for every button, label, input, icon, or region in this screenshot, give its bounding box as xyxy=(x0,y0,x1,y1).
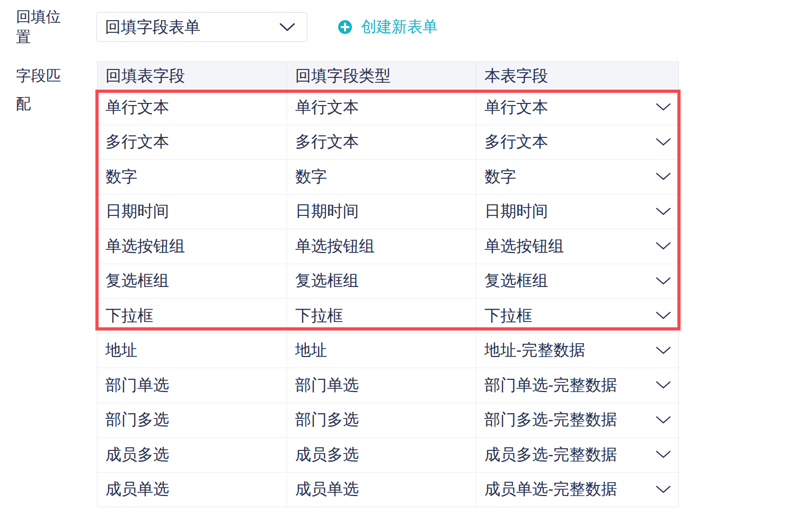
cell-local-field-value: 多行文本 xyxy=(484,131,548,153)
cell-backfill-field: 复选框组 xyxy=(98,264,287,299)
table-row: 日期时间 日期时间 日期时间 xyxy=(98,194,678,229)
create-new-form-label: 创建新表单 xyxy=(361,16,438,38)
chevron-down-icon xyxy=(656,450,671,459)
chevron-down-icon xyxy=(656,138,671,146)
cell-backfill-field: 地址 xyxy=(98,334,287,368)
cell-local-field-value: 单选按钮组 xyxy=(484,236,564,257)
backfill-form-select-value: 回填字段表单 xyxy=(105,16,200,38)
chevron-down-icon xyxy=(656,207,671,216)
cell-field-type: 部门单选 xyxy=(287,368,476,403)
cell-backfill-field: 单选按钮组 xyxy=(98,229,287,264)
cell-field-type: 部门多选 xyxy=(287,403,476,438)
cell-local-field-select[interactable]: 复选框组 xyxy=(476,264,678,299)
cell-local-field-select[interactable]: 地址-完整数据 xyxy=(476,334,678,368)
cell-backfill-field: 部门单选 xyxy=(98,368,287,403)
table-row: 成员单选 成员单选 成员单选-完整数据 xyxy=(98,472,678,507)
cell-local-field-select[interactable]: 部门单选-完整数据 xyxy=(476,368,678,403)
header-local-table-field: 本表字段 xyxy=(476,62,678,90)
plus-circle-icon xyxy=(338,20,352,34)
cell-local-field-select[interactable]: 单选按钮组 xyxy=(476,229,678,264)
create-new-form-link[interactable]: 创建新表单 xyxy=(338,16,438,38)
cell-field-type: 单选按钮组 xyxy=(287,229,476,264)
cell-local-field-value: 部门单选-完整数据 xyxy=(484,375,617,396)
chevron-down-icon xyxy=(656,277,671,285)
page: 回填位置 回填字段表单 创建新表单 字段匹配 回填表字段 xyxy=(0,12,812,522)
cell-local-field-select[interactable]: 部门多选-完整数据 xyxy=(476,403,678,438)
cell-local-field-select[interactable]: 成员单选-完整数据 xyxy=(476,473,678,507)
cell-field-type: 复选框组 xyxy=(287,264,476,299)
cell-field-type: 成员单选 xyxy=(287,473,476,507)
field-matching-table: 回填表字段 回填字段类型 本表字段 单行文本 单行文本 单行文本 多行文本 多行… xyxy=(97,62,679,507)
table-row: 地址 地址 地址-完整数据 xyxy=(98,333,678,368)
cell-local-field-select[interactable]: 多行文本 xyxy=(476,125,678,160)
cell-field-type: 日期时间 xyxy=(287,195,476,229)
cell-field-type: 多行文本 xyxy=(287,125,476,160)
chevron-down-icon xyxy=(656,346,671,355)
header-backfill-field-type: 回填字段类型 xyxy=(287,62,476,90)
table-row: 多行文本 多行文本 多行文本 xyxy=(98,125,678,160)
cell-field-type: 成员多选 xyxy=(287,438,476,472)
cell-local-field-select[interactable]: 日期时间 xyxy=(476,195,678,229)
cell-local-field-value: 复选框组 xyxy=(484,270,548,292)
cell-field-type: 下拉框 xyxy=(287,299,476,333)
table-row: 成员多选 成员多选 成员多选-完整数据 xyxy=(98,437,678,472)
table-row: 单行文本 单行文本 单行文本 xyxy=(98,90,678,125)
backfill-form-select[interactable]: 回填字段表单 xyxy=(96,12,307,42)
table-row: 下拉框 下拉框 下拉框 xyxy=(98,298,678,333)
cell-local-field-value: 成员单选-完整数据 xyxy=(484,478,617,500)
cell-backfill-field: 成员多选 xyxy=(98,438,287,472)
cell-local-field-value: 部门多选-完整数据 xyxy=(484,409,617,431)
field-matching-label: 字段匹配 xyxy=(16,62,75,118)
cell-local-field-value: 下拉框 xyxy=(484,305,532,327)
cell-local-field-select[interactable]: 成员多选-完整数据 xyxy=(476,438,678,472)
cell-local-field-value: 数字 xyxy=(484,166,516,188)
cell-local-field-value: 成员多选-完整数据 xyxy=(484,444,617,466)
chevron-down-icon xyxy=(656,242,671,250)
table-header-row: 回填表字段 回填字段类型 本表字段 xyxy=(98,62,678,90)
chevron-down-icon xyxy=(656,172,671,181)
backfill-position-label: 回填位置 xyxy=(16,7,75,47)
cell-local-field-select[interactable]: 数字 xyxy=(476,160,678,194)
chevron-down-icon xyxy=(656,311,671,320)
cell-field-type: 数字 xyxy=(287,160,476,194)
chevron-down-icon xyxy=(279,23,295,32)
chevron-down-icon xyxy=(656,381,671,389)
field-matching-row: 字段匹配 回填表字段 回填字段类型 本表字段 单行文本 单行文本 单行文本 多行… xyxy=(16,62,812,507)
cell-local-field-value: 地址-完整数据 xyxy=(484,340,585,361)
chevron-down-icon xyxy=(656,103,671,111)
cell-backfill-field: 成员单选 xyxy=(98,473,287,507)
cell-backfill-field: 日期时间 xyxy=(98,195,287,229)
chevron-down-icon xyxy=(656,485,671,494)
cell-backfill-field: 单行文本 xyxy=(98,90,287,125)
table-row: 部门单选 部门单选 部门单选-完整数据 xyxy=(98,368,678,403)
cell-backfill-field: 下拉框 xyxy=(98,299,287,333)
table-row: 部门多选 部门多选 部门多选-完整数据 xyxy=(98,403,678,438)
cell-local-field-select[interactable]: 下拉框 xyxy=(476,299,678,333)
cell-field-type: 地址 xyxy=(287,334,476,368)
cell-backfill-field: 部门多选 xyxy=(98,403,287,438)
table-body: 单行文本 单行文本 单行文本 多行文本 多行文本 多行文本 数字 数字 数 xyxy=(98,90,678,507)
table-row: 数字 数字 数字 xyxy=(98,159,678,194)
cell-backfill-field: 多行文本 xyxy=(98,125,287,160)
cell-field-type: 单行文本 xyxy=(287,90,476,125)
cell-local-field-value: 日期时间 xyxy=(484,201,548,222)
table-row: 复选框组 复选框组 复选框组 xyxy=(98,264,678,299)
chevron-down-icon xyxy=(656,416,671,424)
cell-local-field-select[interactable]: 单行文本 xyxy=(476,90,678,125)
header-backfill-table-field: 回填表字段 xyxy=(98,62,287,90)
cell-backfill-field: 数字 xyxy=(98,160,287,194)
backfill-position-row: 回填位置 回填字段表单 创建新表单 xyxy=(16,12,812,42)
cell-local-field-value: 单行文本 xyxy=(484,97,548,118)
table-row: 单选按钮组 单选按钮组 单选按钮组 xyxy=(98,229,678,264)
